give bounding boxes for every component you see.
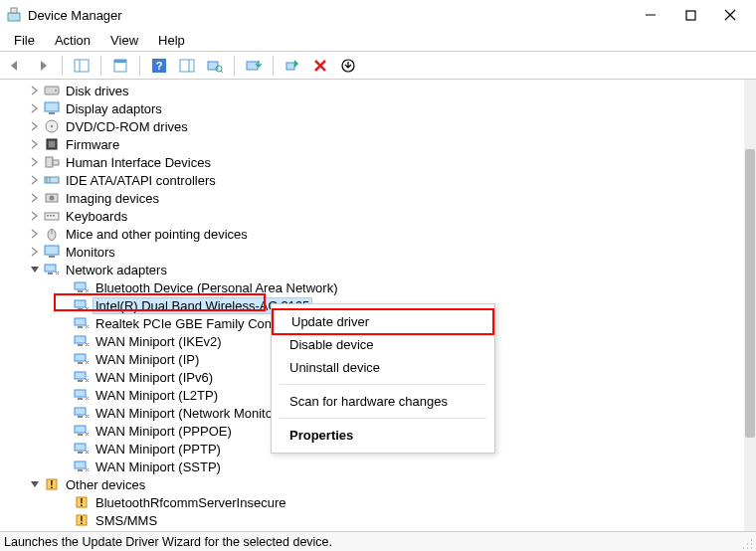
- svg-rect-62: [78, 416, 83, 418]
- category-hid[interactable]: Human Interface Devices: [8, 153, 756, 171]
- category-monitor[interactable]: Monitors: [8, 243, 756, 261]
- svg-rect-63: [75, 426, 86, 433]
- tree-item-label: Human Interface Devices: [64, 155, 213, 170]
- expand-icon[interactable]: [28, 209, 42, 223]
- tree-item-label: WAN Miniport (L2TP): [94, 388, 220, 403]
- expand-icon[interactable]: [28, 191, 42, 205]
- expand-icon[interactable]: [28, 155, 42, 169]
- tree-item-label: Keyboards: [64, 209, 129, 224]
- svg-rect-40: [53, 215, 55, 217]
- action-pane-button[interactable]: [176, 55, 198, 77]
- svg-rect-60: [78, 398, 83, 400]
- network-icon: [74, 315, 90, 331]
- tree-item-label: SMS/MMS: [94, 513, 159, 528]
- ctx-update-driver[interactable]: Update driver: [272, 308, 494, 335]
- disable-device-button[interactable]: [337, 55, 359, 77]
- tree-item-label: Monitors: [64, 245, 117, 260]
- ide-icon: [44, 172, 60, 188]
- forward-button[interactable]: [32, 55, 54, 77]
- expand-icon[interactable]: [28, 227, 42, 241]
- menu-action[interactable]: Action: [47, 31, 98, 50]
- toolbar-separator: [100, 56, 101, 76]
- uninstall-device-button[interactable]: [309, 55, 331, 77]
- ctx-properties[interactable]: Properties: [272, 424, 494, 447]
- hid-icon: [44, 154, 60, 170]
- expand-icon[interactable]: [28, 173, 42, 187]
- resize-grip-icon[interactable]: [738, 535, 752, 549]
- category-dvd[interactable]: DVD/CD-ROM drives: [8, 117, 756, 135]
- expander-placeholder: [58, 424, 72, 438]
- category-display[interactable]: Display adaptors: [8, 99, 756, 117]
- svg-rect-38: [47, 215, 49, 217]
- ctx-uninstall-device[interactable]: Uninstall device: [272, 356, 494, 379]
- expand-icon[interactable]: [28, 84, 42, 97]
- category-imaging[interactable]: Imaging devices: [8, 189, 756, 207]
- category-keyboard[interactable]: Keyboards: [8, 207, 756, 225]
- update-driver-button[interactable]: [243, 55, 265, 77]
- tree-item-label: BluetoothRfcommServerInsecure: [94, 495, 287, 510]
- properties-button[interactable]: [109, 55, 131, 77]
- network-adapter-item[interactable]: Bluetooth Device (Personal Area Network): [8, 278, 756, 296]
- toolbar-separator: [62, 56, 63, 76]
- svg-rect-45: [45, 265, 56, 272]
- svg-rect-24: [45, 102, 59, 111]
- scrollbar-thumb[interactable]: [745, 149, 755, 438]
- warn-icon: !: [74, 494, 90, 510]
- category-other-devices[interactable]: !Other devices: [8, 475, 756, 493]
- category-disk[interactable]: Disk drives: [8, 82, 756, 99]
- expander-placeholder: [58, 406, 72, 420]
- tree-item-label: Unknown device: [94, 531, 192, 532]
- other-device-item[interactable]: !SMS/MMS: [8, 511, 756, 529]
- svg-rect-56: [78, 362, 83, 364]
- collapse-icon[interactable]: [28, 263, 42, 276]
- expand-icon[interactable]: [28, 137, 42, 151]
- app-icon: [6, 7, 22, 23]
- network-adapter-item[interactable]: WAN Miniport (SSTP): [8, 458, 756, 475]
- menu-help[interactable]: Help: [150, 31, 193, 50]
- expander-placeholder: [58, 388, 72, 402]
- close-button[interactable]: [722, 7, 738, 23]
- menu-file[interactable]: File: [6, 31, 43, 50]
- tree-item-label: Bluetooth Device (Personal Area Network): [94, 280, 340, 295]
- keyboard-icon: [44, 208, 60, 224]
- svg-rect-61: [75, 408, 86, 415]
- maximize-button[interactable]: [682, 7, 698, 23]
- help-button[interactable]: ?: [148, 55, 170, 77]
- ctx-disable-device[interactable]: Disable device: [272, 333, 494, 356]
- svg-rect-65: [75, 444, 86, 451]
- svg-rect-30: [46, 157, 53, 167]
- mouse-icon: [44, 226, 60, 242]
- svg-rect-55: [75, 354, 86, 361]
- svg-rect-31: [53, 160, 59, 165]
- display-icon: [44, 100, 60, 116]
- menu-view[interactable]: View: [102, 31, 146, 50]
- network-icon: [74, 297, 90, 313]
- svg-rect-52: [78, 326, 83, 328]
- expand-icon[interactable]: [28, 119, 42, 133]
- tree-item-label: WAN Miniport (PPTP): [94, 442, 223, 457]
- expander-placeholder: [58, 334, 72, 348]
- category-firmware[interactable]: Firmware: [8, 135, 756, 153]
- svg-rect-9: [114, 60, 126, 63]
- category-network-adapters[interactable]: Network adapters: [8, 261, 756, 278]
- svg-rect-49: [75, 300, 86, 307]
- enable-device-button[interactable]: [282, 55, 303, 77]
- show-hide-console-tree-button[interactable]: [71, 55, 93, 77]
- other-device-item[interactable]: !Unknown device: [8, 529, 756, 531]
- monitor-icon: [44, 244, 60, 260]
- expand-icon[interactable]: [28, 245, 42, 259]
- collapse-icon[interactable]: [28, 477, 42, 491]
- other-device-item[interactable]: !BluetoothRfcommServerInsecure: [8, 493, 756, 511]
- ctx-scan-hardware[interactable]: Scan for hardware changes: [272, 390, 494, 413]
- expand-icon[interactable]: [28, 101, 42, 115]
- category-mouse[interactable]: Mice and other pointing devices: [8, 225, 756, 243]
- tree-item-label: DVD/CD-ROM drives: [64, 119, 190, 134]
- scan-hardware-button[interactable]: [204, 55, 226, 77]
- category-ide[interactable]: IDE ATA/ATAPI controllers: [8, 171, 756, 189]
- expander-placeholder: [58, 370, 72, 384]
- network-icon: [74, 333, 90, 349]
- minimize-button[interactable]: [643, 7, 659, 23]
- vertical-scrollbar[interactable]: [744, 80, 756, 531]
- svg-rect-48: [78, 290, 83, 292]
- back-button[interactable]: [4, 55, 26, 77]
